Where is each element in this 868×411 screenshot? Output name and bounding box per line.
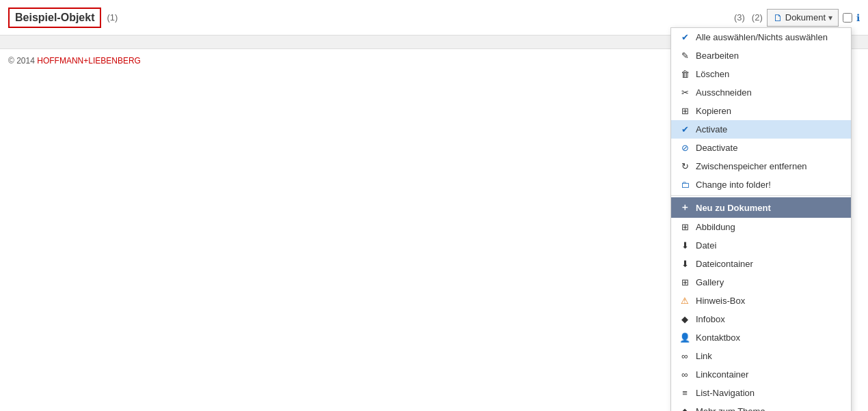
hinweis-box-label: Hinweis-Box [696, 296, 745, 306]
infobox-label: Infobox [696, 314, 725, 324]
menu-item-select-all[interactable]: ✔Alle auswählen/Nichts auswählen [671, 28, 851, 46]
info-icon[interactable]: ℹ [856, 12, 860, 23]
hinweis-box-icon: ⚠ [679, 296, 690, 306]
label-3: (3) [734, 12, 745, 23]
menu-item-edit[interactable]: ✎Bearbeiten [671, 46, 851, 65]
select-checkbox[interactable] [843, 13, 852, 23]
mehr-zum-thema-label: Mehr zum Thema [696, 406, 765, 411]
linkcontainer-label: Linkcontainer [696, 369, 748, 380]
menu-item-mehr-zum-thema[interactable]: ◆Mehr zum Thema [671, 402, 851, 411]
edit-icon: ✎ [679, 51, 690, 61]
menu-item-copy[interactable]: ⊞Kopieren [671, 102, 851, 120]
kontaktbox-icon: 👤 [679, 332, 690, 343]
label-1: (1) [107, 12, 118, 23]
link-label: Link [696, 351, 712, 361]
abbildung-label: Abbildung [696, 222, 735, 232]
clear-cache-icon: ↻ [679, 161, 690, 171]
mehr-zum-thema-icon: ◆ [679, 406, 690, 411]
deactivate-label: Deactivate [696, 143, 737, 153]
chevron-down-icon: ▾ [828, 13, 832, 23]
deactivate-icon: ⊘ [679, 143, 690, 153]
menu-item-list-navigation[interactable]: ≡List-Navigation [671, 384, 851, 402]
copy-icon: ⊞ [679, 106, 690, 116]
menu-item-activate[interactable]: ✔Activate [671, 120, 851, 139]
abbildung-icon: ⊞ [679, 222, 690, 232]
edit-label: Bearbeiten [696, 51, 739, 61]
toolbar-right: (3) (2) 🗋 Dokument ▾ ℹ [734, 9, 860, 27]
list-navigation-icon: ≡ [679, 388, 690, 398]
label-2: (2) [752, 12, 763, 23]
datei-icon: ⬇ [679, 240, 690, 251]
delete-label: Löschen [696, 69, 729, 79]
menu-item-abbildung[interactable]: ⊞Abbildung [671, 218, 851, 236]
cut-label: Ausschneiden [696, 87, 752, 98]
activate-icon: ✔ [679, 124, 690, 134]
select-all-icon: ✔ [679, 32, 690, 42]
menu-item-dateicontainer[interactable]: ⬇Dateicontainer [671, 255, 851, 273]
menu-item-gallery[interactable]: ⊞Gallery [671, 273, 851, 292]
menu-item-kontaktbox[interactable]: 👤Kontaktbox [671, 328, 851, 347]
menu-item-cut[interactable]: ✂Ausschneiden [671, 83, 851, 102]
doc-dropdown-button[interactable]: 🗋 Dokument ▾ [767, 9, 839, 27]
delete-icon: 🗑 [679, 69, 690, 79]
dateicontainer-icon: ⬇ [679, 259, 690, 269]
new-doc-label: Neu zu Dokument [696, 203, 771, 213]
menu-item-new-doc[interactable]: ＋Neu zu Dokument [671, 197, 851, 218]
link-icon: ∞ [679, 351, 690, 361]
menu-item-deactivate[interactable]: ⊘Deactivate [671, 139, 851, 157]
copyright-link[interactable]: HOFFMANN+LIEBENBERG [37, 56, 141, 66]
new-doc-icon: ＋ [679, 201, 690, 214]
menu-item-linkcontainer[interactable]: ∞Linkcontainer [671, 365, 851, 384]
copy-label: Kopieren [696, 106, 731, 116]
clear-cache-label: Zwischenspeicher entfernen [696, 161, 807, 171]
object-title: Beispiel-Objekt [8, 8, 101, 28]
gallery-icon: ⊞ [679, 277, 690, 287]
doc-button-label: Dokument [785, 12, 826, 23]
infobox-icon: ◆ [679, 314, 690, 324]
dropdown-menu: ✔Alle auswählen/Nichts auswählen✎Bearbei… [670, 27, 852, 411]
menu-item-clear-cache[interactable]: ↻Zwischenspeicher entfernen [671, 157, 851, 175]
menu-item-link[interactable]: ∞Link [671, 347, 851, 365]
datei-label: Datei [696, 240, 716, 251]
dateicontainer-label: Dateicontainer [696, 259, 753, 269]
menu-item-hinweis-box[interactable]: ⚠Hinweis-Box [671, 292, 851, 310]
cut-icon: ✂ [679, 87, 690, 98]
menu-item-datei[interactable]: ⬇Datei [671, 236, 851, 255]
document-icon: 🗋 [773, 12, 783, 23]
menu-item-change-folder[interactable]: 🗀Change into folder! [671, 175, 851, 194]
change-folder-icon: 🗀 [679, 180, 690, 190]
title-area: Beispiel-Objekt (1) [8, 8, 118, 28]
copyright-label: © 2014 [8, 56, 37, 66]
menu-item-infobox[interactable]: ◆Infobox [671, 310, 851, 328]
change-folder-label: Change into folder! [696, 180, 771, 190]
kontaktbox-label: Kontaktbox [696, 332, 740, 343]
list-navigation-label: List-Navigation [696, 388, 755, 398]
select-all-label: Alle auswählen/Nichts auswählen [696, 32, 828, 42]
menu-item-delete[interactable]: 🗑Löschen [671, 65, 851, 83]
linkcontainer-icon: ∞ [679, 369, 690, 380]
gallery-label: Gallery [696, 277, 724, 287]
menu-separator [671, 195, 851, 196]
activate-label: Activate [696, 124, 727, 134]
